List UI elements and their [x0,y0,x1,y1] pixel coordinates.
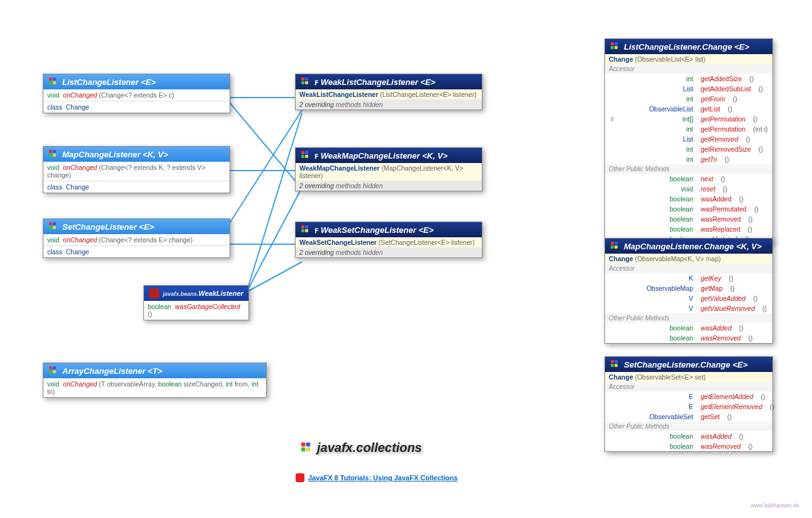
method-row: EgetElementAdded() [605,391,772,402]
method-row: booleanwasRemoved() [605,214,772,224]
class-header: ArrayChangeListener <T> [43,363,266,378]
class-title: SetChangeListener.Change <E> [624,360,748,369]
weakmapchangelistener-box: ꜰ WeakMapChangeListener <K, V> WeakMapCh… [295,147,482,191]
method-row: VgetValueAdded() [605,293,772,303]
method-row: void onChanged (T observableArray, boole… [43,378,266,397]
method-row: booleanwasRemoved() [605,333,772,343]
hidden-methods-note: 2 overriding methods hidden [296,99,482,110]
hidden-methods-note: 2 overriding methods hidden [296,181,482,191]
method-row: ListgetRemoved() [605,134,772,144]
method-row: booleanwasAdded() [605,431,772,441]
method-row: booleannext() [605,174,772,184]
class-icon [48,366,58,376]
class-header: ListChangeListener.Change <E> [605,39,772,54]
constructor-row: WeakMapChangeListener (MapChangeListener… [296,163,482,181]
svg-line-6 [220,91,302,189]
constructor-row: Change (ObservableMap<K, V> map) [605,254,772,264]
method-row: VgetValueRemoved() [605,303,772,313]
mapchangelistener-box: MapChangeListener <K, V> void onChanged … [43,146,230,193]
method-row: void onChanged (Change<? extends E> chan… [43,234,230,245]
class-icon [48,222,58,232]
class-icon [301,150,311,160]
method-row: ObservableMapgetMap() [605,283,772,293]
class-title: SetChangeListener <E> [62,222,154,232]
method-row: ObservableListgetList() [605,104,772,114]
watermark: www.falkhausen.de [750,502,799,509]
method-row: void onChanged (Change<? extends E> c) [43,89,230,101]
method-row: booleanwasRemoved() [605,441,772,451]
class-title: ListChangeListener <E> [62,77,156,87]
class-title: ArrayChangeListener <T> [62,366,162,376]
title-text: javafx.collections [317,441,422,455]
section-other: Other Public Methods [605,313,772,323]
method-row: #int[]getPermutation() [605,114,772,124]
accessor-list: intgetAddedSize()ListgetAddedSubList()in… [605,74,772,164]
method-row: boolean wasGarbageCollected () [144,301,248,320]
class-title: MapChangeListener <K, V> [62,150,168,159]
method-row: intgetRemovedSize() [605,144,772,154]
inner-class-row: class Change [43,245,230,257]
other-list: booleannext()voidreset()booleanwasAdded(… [605,174,772,244]
weaklistener-box: javafx.beans.WeakListener boolean wasGar… [143,285,249,320]
svg-line-4 [247,188,302,292]
section-accessor: Accessor [605,264,772,273]
method-row: intgetFrom() [605,94,772,104]
class-header: SetChangeListener.Change <E> [605,357,772,372]
class-icon [48,77,58,87]
method-row: EgetElementRemoved() [605,402,772,412]
constructor-row: Change (ObservableSet<E> set) [605,372,772,382]
other-list: booleanwasAdded()booleanwasRemoved() [605,431,772,451]
method-row: void onChanged (Change<? extends K, ? ex… [43,162,230,181]
inner-class-row: class Change [43,181,230,193]
method-row: intgetAddedSize() [605,74,772,84]
section-accessor: Accessor [605,64,772,74]
mapchange-change-box: MapChangeListener.Change <K, V> Change (… [604,238,773,344]
accessor-list: KgetKey()ObservableMapgetMap()VgetValueA… [605,273,772,313]
other-list: booleanwasAdded()booleanwasRemoved() [605,323,772,343]
method-row: ListgetAddedSubList() [605,84,772,94]
class-icon [48,149,58,159]
method-row: intgetPermutation(int i) [605,124,772,134]
class-header: javafx.beans.WeakListener [144,286,248,301]
section-other: Other Public Methods [605,164,772,174]
method-row: booleanwasAdded() [605,323,772,333]
oracle-icon [296,473,304,482]
method-row: booleanwasReplaced() [605,224,772,234]
class-title: ꜰ WeakListChangeListener <E> [314,77,435,87]
method-row: voidreset() [605,184,772,194]
method-row: ObservableSetgetSet() [605,412,772,422]
section-accessor: Accessor [605,382,772,391]
class-header: MapChangeListener <K, V> [43,147,230,162]
diagram-title: javafx.collections [302,441,422,455]
svg-line-7 [220,110,302,238]
weaklistchangelistener-box: ꜰ WeakListChangeListener <E> WeakListCha… [295,74,482,110]
tutorial-link[interactable]: JavaFX 8 Tutorials: Using JavaFX Collect… [296,473,458,482]
class-title: ListChangeListener.Change <E> [624,42,749,52]
class-header: ListChangeListener <E> [43,74,230,89]
method-row: intgetTo() [605,154,772,164]
class-header: MapChangeListener.Change <K, V> [605,239,772,254]
hidden-methods-note: 2 overriding methods hidden [296,247,482,257]
constructor-row: WeakSetChangeListener (SetChangeListener… [296,237,482,247]
constructor-row: Change (ObservableList<E> list) [605,54,772,64]
class-icon [301,225,311,235]
class-header: ꜰ WeakMapChangeListener <K, V> [296,148,482,163]
listchange-change-box: ListChangeListener.Change <E> Change (Ob… [604,38,773,245]
class-header: ꜰ WeakListChangeListener <E> [296,74,482,89]
link-text: JavaFX 8 Tutorials: Using JavaFX Collect… [308,474,458,481]
weaksetchangelistener-box: ꜰ WeakSetChangeListener <E> WeakSetChang… [295,222,482,258]
method-row: booleanwasAdded() [605,194,772,204]
class-icon [610,359,620,369]
svg-line-5 [247,262,302,292]
class-title-pkg: javafx.beans.WeakListener [163,290,243,297]
class-icon [301,77,311,87]
class-icon [610,42,620,52]
setchange-change-box: SetChangeListener.Change <E> Change (Obs… [604,356,773,452]
section-other: Other Public Methods [605,422,772,431]
package-icon [149,288,159,298]
title-icon [301,441,314,454]
inner-class-row: class Change [43,101,230,113]
listchangelistener-box: ListChangeListener <E> void onChanged (C… [43,74,230,113]
class-title: MapChangeListener.Change <K, V> [624,242,762,251]
class-header: ꜰ WeakSetChangeListener <E> [296,222,482,237]
